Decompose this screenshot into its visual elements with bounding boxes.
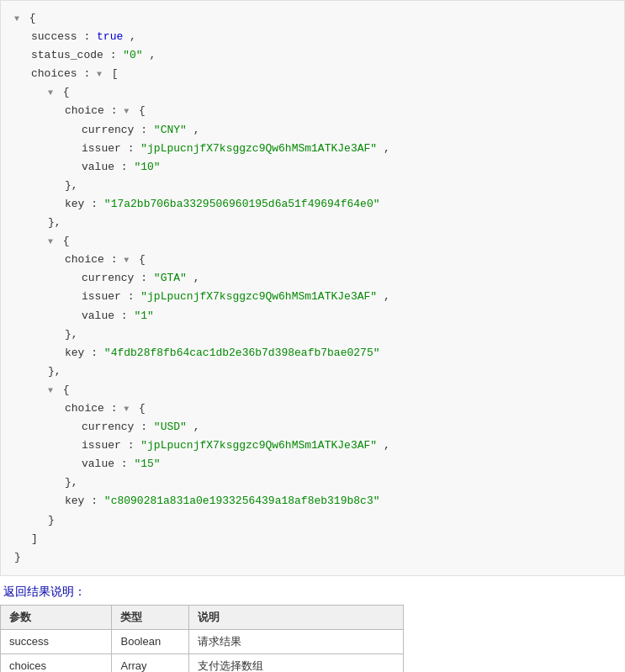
item-1-open: ▼ { [48,83,611,102]
item2-issuer: issuer : "jpLpucnjfX7ksggzc9Qw6hMSm1ATKJ… [82,288,611,306]
col-desc: 说明 [189,605,404,629]
item3-currency: currency : "USD" , [82,418,611,437]
table-row: choices Array 支付选择数组 [1,653,404,672]
item3-choice-line: choice : ▼ { [65,399,611,418]
status-code-val: "0" [123,49,142,61]
desc-choices: 支付选择数组 [189,653,404,672]
item3-close: } [48,511,611,530]
item3-value: value : "15" [82,455,611,474]
close-bracket-line: ] [31,530,611,548]
choices-line: choices : ▼ [ [31,65,611,83]
item3-key: key : "c8090281a831a0e1933256439a18af8eb… [65,492,611,511]
item2-key: key : "4fdb28f8fb64cac1db2e36b7d398eafb7… [65,344,611,362]
close-brace-line: } [14,548,611,567]
section-title: 返回结果说明： [3,585,86,598]
col-param: 参数 [1,605,112,629]
item2-toggle[interactable]: ▼ [48,235,56,249]
open-brace: { [29,12,36,24]
result-table: 参数 类型 说明 success Boolean 请求结果 choices Ar… [0,605,404,672]
desc-success: 请求结果 [189,629,404,653]
item2-value: value : "1" [82,307,611,325]
status-code-key: status_code [31,49,103,61]
success-val: true [97,30,123,43]
item1-toggle[interactable]: ▼ [48,86,56,100]
item1-key: key : "17a2bb706ba3329506960195d6a51f496… [65,195,611,214]
item1-choice-line: choice : ▼ { [65,102,611,120]
success-line: success : true , [31,28,611,46]
status-code-line: status_code : "0" , [31,46,611,65]
item1-issuer: issuer : "jpLpucnjfX7ksggzc9Qw6hMSm1ATKJ… [82,140,611,158]
code-line-top: ▼ { [14,9,611,28]
item2-choice-close: }, [65,325,611,344]
item2-currency: currency : "GTA" , [82,269,611,288]
toggle-arrow[interactable]: ▼ [14,12,23,26]
item2-choice-line: choice : ▼ { [65,251,611,269]
success-key: success [31,30,77,43]
item3-issuer: issuer : "jpLpucnjfX7ksggzc9Qw6hMSm1ATKJ… [82,437,611,455]
choices-key: choices [31,67,77,80]
item1-close: }, [48,214,611,232]
col-type: 类型 [112,605,189,629]
table-row: success Boolean 请求结果 [1,629,404,653]
item2-close: }, [48,362,611,381]
code-block: ▼ { success : true , status_code : "0" ,… [0,0,625,576]
type-choices: Array [112,653,189,672]
param-choices: choices [1,653,112,672]
item3-toggle[interactable]: ▼ [48,384,56,398]
item1-choice-close: }, [65,177,611,195]
item1-value: value : "10" [82,158,611,177]
choices-toggle[interactable]: ▼ [97,67,105,82]
item3-choice-close: }, [65,474,611,492]
item1-currency: currency : "CNY" , [82,121,611,140]
type-success: Boolean [112,629,189,653]
param-success: success [1,629,112,653]
result-table-container: 参数 类型 说明 success Boolean 请求结果 choices Ar… [0,605,625,672]
item-2-open: ▼ { [48,232,611,251]
table-header-row: 参数 类型 说明 [1,605,404,629]
item-3-open: ▼ { [48,381,611,399]
